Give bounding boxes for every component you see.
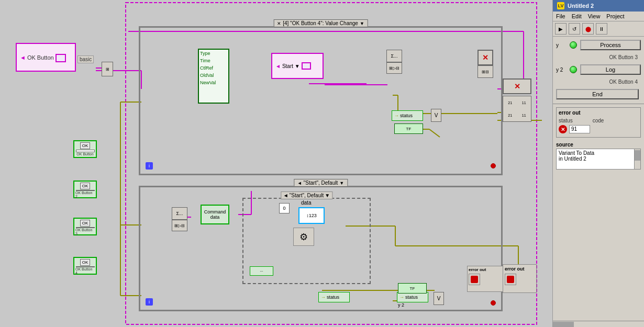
panel-title-icon: LV — [557, 2, 564, 9]
panel-title: Untitled 2 — [568, 3, 594, 9]
ok-button-2-label: OK Button 2 — [75, 191, 95, 198]
error-status-icon: ✕ — [559, 125, 567, 133]
toolbar-pause-btn[interactable]: ⏸ — [596, 23, 607, 35]
source-scrollbar[interactable] — [634, 149, 640, 169]
tf-indicator-1: TF — [394, 123, 423, 134]
source-title: source — [556, 142, 641, 148]
error-status-label: status — [559, 118, 573, 123]
y-led[interactable] — [570, 41, 577, 49]
source-box: Variant To Data in Untitled 2 — [556, 149, 641, 170]
event-ctlref: CtlRef — [199, 64, 228, 72]
start-control[interactable]: ◄ OK Button — [16, 43, 76, 72]
inner-box-nav-l[interactable]: ◄ — [283, 193, 288, 198]
case1-nav-btn[interactable]: ▼ — [360, 21, 364, 26]
cmd-label: Command — [204, 209, 226, 215]
y2-control-row: y 2 Log — [556, 64, 641, 75]
event-newval: NewVal — [199, 79, 228, 86]
ok-btn-inner-3[interactable]: OK — [80, 220, 91, 227]
canvas-error-out: error out — [503, 264, 537, 293]
cmd-data-label: data — [210, 215, 220, 220]
inner-event-box: ◄ "Start", Default ▼ 0 data ↕123 ⚙ ··· — [242, 198, 371, 284]
y-control-row: y Process — [556, 40, 641, 50]
end-button[interactable]: End — [556, 89, 639, 99]
start-label: OK Button — [27, 54, 54, 61]
ok-btn-inner-4[interactable]: OK — [80, 259, 91, 266]
data-label-inner: data — [301, 200, 311, 206]
numeric-123: ↕123 — [298, 207, 325, 224]
basic-label: basic — [77, 55, 94, 63]
ok-button-3-panel-label: OK Button 3 — [556, 54, 641, 60]
error-values-row: ✕ 91 — [559, 125, 638, 133]
log-button[interactable]: Log — [580, 64, 641, 75]
error-code-label: code — [593, 118, 604, 123]
ok-button-2[interactable]: OK OK Button 2 — [73, 181, 97, 198]
ok-button-4-label: OK Button 4 — [75, 267, 95, 275]
sigma-node-2: Σ... — [172, 207, 187, 220]
upper-case-frame: ✕ [4] "OK Button 4": Value Change ▼ Type… — [139, 26, 503, 175]
terminal-dot-1 — [491, 163, 496, 168]
y2-led[interactable] — [570, 66, 577, 73]
case2-title: "Start", Default — [304, 180, 338, 186]
panel-menu-bar: File Edit View Project — [553, 12, 644, 21]
ok-btn-inner-1[interactable]: OK — [80, 142, 91, 149]
ok-btn-inner-2[interactable]: OK — [80, 183, 91, 189]
event-struct-node2: ⊞▷⊟ — [386, 62, 402, 74]
error-out-bottom-label: error out — [469, 267, 502, 272]
menu-edit[interactable]: Edit — [571, 13, 583, 20]
tf-indicator-2: TF — [398, 283, 427, 294]
case2-nav-right[interactable]: ▼ — [339, 181, 344, 186]
panel-title-bar: LV Untitled 2 — [553, 0, 644, 12]
ok-button-3[interactable]: OK OK Button 3 — [73, 218, 97, 235]
menu-view[interactable]: View — [587, 13, 602, 20]
start-arrow-icon: ◄ — [20, 54, 26, 61]
event-type: Type — [199, 50, 228, 57]
inner-start-label: Start ▼ — [282, 63, 300, 69]
panel-toolbar: ▶ ↺ ⬤ ⏸ — [553, 21, 644, 37]
status-text-1: status — [400, 113, 413, 118]
canvas-error-label: error out — [505, 266, 535, 272]
sigma-node-2b: ⊞▷⊟ — [172, 220, 187, 231]
thread-node: ⊞ — [102, 62, 113, 76]
process-button[interactable]: Process — [580, 40, 641, 50]
error-out-icon — [469, 274, 480, 285]
terminal-dot-2 — [491, 300, 496, 306]
menu-project[interactable]: Project — [605, 13, 625, 20]
toolbar-run-btn[interactable]: ▶ — [555, 23, 567, 35]
error-node: ⊞⊟ — [478, 65, 493, 78]
start-inner-ctrl[interactable]: ◄ Start ▼ — [271, 53, 324, 79]
source-text-line2: in Untitled 2 — [559, 156, 633, 162]
ok-button-4-panel-label: OK Button 4 — [556, 79, 641, 85]
event-time: Time — [199, 57, 228, 64]
command-node: Command data — [201, 205, 229, 224]
toolbar-stop-btn[interactable]: ⬤ — [582, 23, 594, 35]
error-code-field[interactable]: 91 — [569, 125, 590, 133]
inner-box-title: "Start", Default — [290, 193, 324, 198]
event-struct-node: Σ... — [386, 50, 402, 62]
ok-button-4[interactable]: OK OK Button 4 — [73, 257, 97, 275]
ok-button-3-label: OK Button 3 — [75, 228, 95, 235]
y2-label-bottom: y 2 — [398, 302, 404, 308]
main-canvas: ◄ OK Button basic ⊞ OK OK Button OK OK B… — [0, 0, 552, 327]
event-oldval: OldVal — [199, 72, 228, 79]
lower-case-frame: ◄ "Start", Default ▼ Command data Σ... ⊞… — [139, 186, 503, 311]
panel-bottom-scrollbar[interactable] — [553, 321, 644, 327]
inner-box-nav-r[interactable]: ▼ — [325, 193, 330, 198]
case1-close-btn[interactable]: ✕ — [277, 21, 281, 26]
status-node-2: → status — [318, 292, 350, 302]
panel-controls: y Process OK Button 3 y 2 Log OK Button … — [553, 37, 644, 103]
panel-divider-1 — [553, 104, 644, 104]
source-text-line1: Variant To Data — [559, 150, 633, 156]
case2-nav-left[interactable]: ◄ — [297, 181, 302, 186]
y-label: y — [556, 42, 567, 48]
ok-button-1-label: OK Button — [76, 152, 93, 156]
source-section: source Variant To Data in Untitled 2 — [556, 142, 641, 170]
ok-button-1[interactable]: OK OK Button — [73, 140, 97, 158]
inner-start-arrow: ◄ — [275, 63, 281, 69]
right-panel: LV Untitled 2 File Edit View Project ▶ ↺… — [552, 0, 644, 327]
menu-file[interactable]: File — [555, 13, 567, 20]
status-node-1: → status — [392, 110, 423, 121]
toolbar-refresh-btn[interactable]: ↺ — [569, 23, 580, 35]
status-text-3: status — [405, 295, 418, 300]
error-x-mark: ✕ — [478, 50, 493, 65]
bottom-node: ··· — [250, 266, 273, 276]
